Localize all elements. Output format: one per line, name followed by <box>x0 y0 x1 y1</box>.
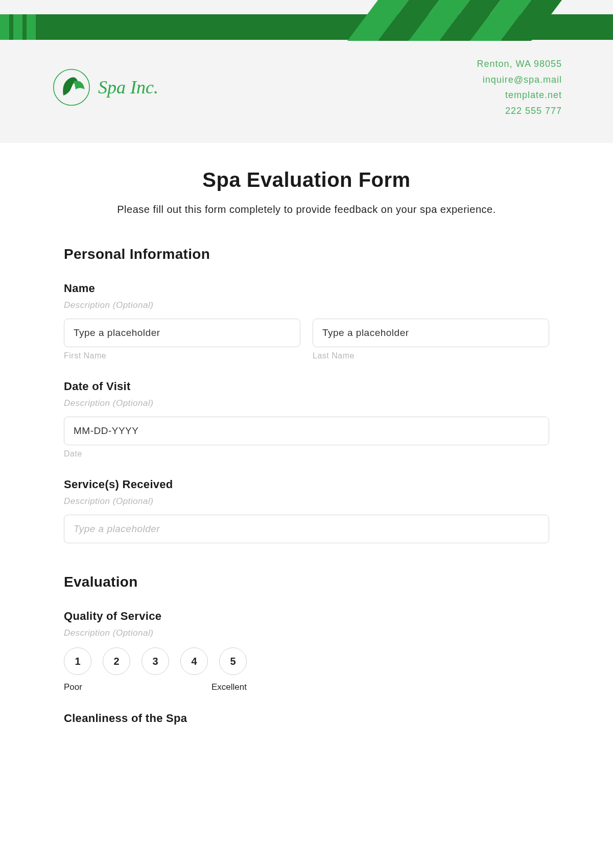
rating-3-button[interactable]: 3 <box>142 647 169 675</box>
last-name-input[interactable] <box>313 319 549 347</box>
rating-4-button[interactable]: 4 <box>180 647 208 675</box>
spa-leaf-icon <box>51 67 92 108</box>
quality-rating-labels: Poor Excellent <box>64 682 247 692</box>
quality-rating-row: 1 2 3 4 5 <box>64 647 549 675</box>
date-desc: Description (Optional) <box>64 398 549 408</box>
date-input[interactable] <box>64 417 549 445</box>
field-services: Service(s) Received Description (Optiona… <box>64 478 549 543</box>
quality-label: Quality of Service <box>64 610 549 623</box>
date-label: Date of Visit <box>64 380 549 393</box>
section-evaluation-heading: Evaluation <box>64 574 549 590</box>
last-name-sublabel: Last Name <box>313 351 549 360</box>
rating-high-label: Excellent <box>211 682 247 692</box>
contact-block: Renton, WA 98055 inquire@spa.mail templa… <box>477 56 562 118</box>
field-date: Date of Visit Description (Optional) Dat… <box>64 380 549 459</box>
date-sublabel: Date <box>64 449 549 459</box>
brand-logo: Spa Inc. <box>51 67 158 108</box>
brand-name: Spa Inc. <box>98 77 158 98</box>
rating-1-button[interactable]: 1 <box>64 647 91 675</box>
contact-website: template.net <box>477 87 562 103</box>
first-name-sublabel: First Name <box>64 351 300 360</box>
rating-low-label: Poor <box>64 682 82 692</box>
contact-phone: 222 555 777 <box>477 103 562 119</box>
form-subtitle: Please fill out this form completely to … <box>64 204 549 215</box>
services-label: Service(s) Received <box>64 478 549 491</box>
ribbon-decoration <box>347 0 572 51</box>
services-input[interactable] <box>64 515 549 543</box>
letterhead: Spa Inc. Renton, WA 98055 inquire@spa.ma… <box>0 0 613 143</box>
quality-desc: Description (Optional) <box>64 628 549 638</box>
first-name-input[interactable] <box>64 319 300 347</box>
services-desc: Description (Optional) <box>64 496 549 507</box>
field-cleanliness: Cleanliness of the Spa <box>64 712 549 725</box>
name-label: Name <box>64 282 549 295</box>
name-desc: Description (Optional) <box>64 300 549 310</box>
field-name: Name Description (Optional) First Name L… <box>64 282 549 360</box>
form-title: Spa Evaluation Form <box>64 168 549 191</box>
rating-2-button[interactable]: 2 <box>103 647 130 675</box>
contact-email: inquire@spa.mail <box>477 72 562 88</box>
form-body: Spa Evaluation Form Please fill out this… <box>0 143 613 745</box>
left-accent-bars <box>0 14 36 40</box>
contact-address: Renton, WA 98055 <box>477 56 562 72</box>
rating-5-button[interactable]: 5 <box>219 647 247 675</box>
field-quality: Quality of Service Description (Optional… <box>64 610 549 692</box>
cleanliness-label: Cleanliness of the Spa <box>64 712 549 725</box>
section-personal-heading: Personal Information <box>64 246 549 262</box>
